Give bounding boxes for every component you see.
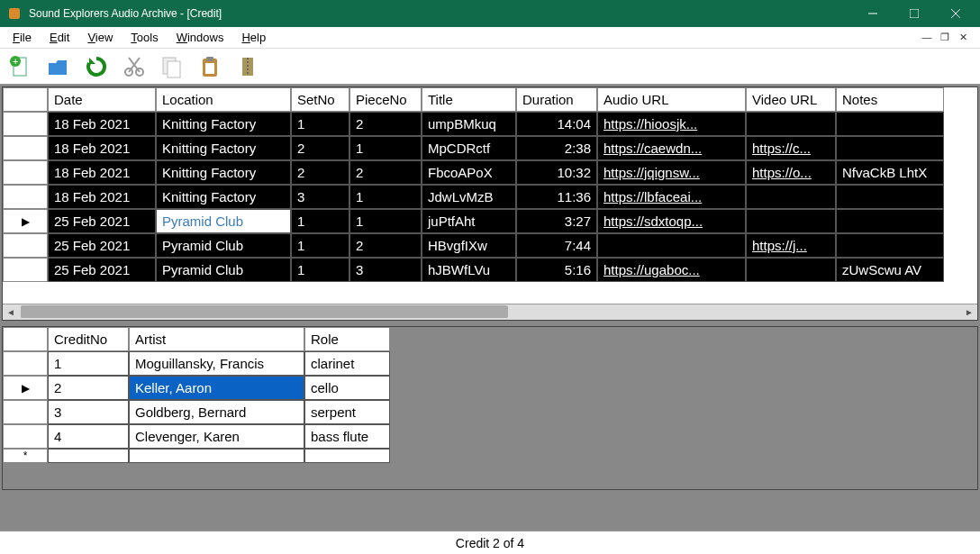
scroll-left-icon[interactable]: ◄ — [3, 304, 19, 320]
refresh-icon[interactable] — [81, 51, 112, 82]
top-cell-audio[interactable]: https://jqignsw... — [597, 160, 746, 185]
top-cell-duration[interactable]: 14:04 — [516, 112, 597, 136]
bottom-grid[interactable]: CreditNoArtistRole1Moguillansky, Francis… — [3, 327, 390, 463]
top-cell-notes[interactable] — [836, 209, 944, 233]
mdi-restore-icon[interactable]: ❐ — [939, 32, 951, 43]
bot-row-header[interactable]: ▶ — [3, 376, 48, 400]
top-cell-duration[interactable]: 3:27 — [516, 209, 597, 233]
scroll-thumb[interactable] — [21, 305, 508, 318]
top-cell-location[interactable]: Pyramid Club — [156, 233, 291, 258]
bot-row-header-corner[interactable] — [3, 327, 48, 351]
bot-cell-artist[interactable] — [129, 449, 304, 463]
copy-icon[interactable] — [157, 51, 187, 82]
top-cell-notes[interactable]: NfvaCkB LhtX — [836, 160, 944, 185]
bot-cell-role[interactable]: bass flute — [304, 424, 390, 449]
zip-icon[interactable] — [232, 51, 263, 82]
top-cell-audio[interactable] — [597, 233, 746, 258]
top-cell-video[interactable] — [746, 185, 836, 209]
top-cell-date[interactable]: 18 Feb 2021 — [48, 160, 156, 185]
top-col-header[interactable]: Title — [422, 87, 516, 112]
top-cell-location[interactable]: Knitting Factory — [156, 185, 291, 209]
top-cell-video[interactable] — [746, 209, 836, 233]
paste-icon[interactable] — [195, 51, 225, 82]
top-cell-duration[interactable]: 5:16 — [516, 258, 597, 282]
url-link[interactable]: https://ugaboc... — [603, 262, 700, 277]
url-link[interactable]: https://jqignsw... — [603, 165, 700, 180]
bot-row-header[interactable] — [3, 351, 48, 376]
top-cell-title[interactable]: umpBMkuq — [422, 112, 516, 136]
menu-tools[interactable]: Tools — [122, 29, 167, 46]
top-cell-duration[interactable]: 10:32 — [516, 160, 597, 185]
top-cell-title[interactable]: juPtfAht — [422, 209, 516, 233]
bot-row-header[interactable] — [3, 400, 48, 424]
top-cell-setno[interactable]: 2 — [291, 160, 349, 185]
top-cell-pieceno[interactable]: 1 — [349, 136, 422, 160]
top-row-header[interactable] — [3, 258, 48, 282]
top-row-header[interactable]: ▶ — [3, 209, 48, 233]
menu-help[interactable]: Help — [232, 29, 275, 46]
bot-cell-role[interactable]: clarinet — [304, 351, 390, 376]
top-cell-setno[interactable]: 1 — [291, 112, 349, 136]
top-col-header[interactable]: Location — [156, 87, 291, 112]
cut-icon[interactable] — [119, 51, 150, 82]
url-link[interactable]: https://hioosjk... — [603, 116, 697, 132]
bot-cell-no[interactable]: 4 — [48, 424, 129, 449]
top-col-header[interactable]: PieceNo — [349, 87, 422, 112]
top-cell-pieceno[interactable]: 1 — [349, 185, 422, 209]
top-cell-duration[interactable]: 7:44 — [516, 233, 597, 258]
bot-new-row-header[interactable]: * — [3, 449, 48, 463]
top-cell-duration[interactable]: 2:38 — [516, 136, 597, 160]
url-link[interactable]: https://o... — [752, 165, 812, 180]
bot-cell-role[interactable] — [304, 449, 390, 463]
top-cell-duration[interactable]: 11:36 — [516, 185, 597, 209]
top-cell-notes[interactable] — [836, 112, 944, 136]
top-row-header[interactable] — [3, 185, 48, 209]
top-cell-notes[interactable]: zUwScwu AV — [836, 258, 944, 282]
top-cell-video[interactable]: https://o... — [746, 160, 836, 185]
bot-col-header[interactable]: Artist — [129, 327, 304, 351]
top-row-header[interactable] — [3, 112, 48, 136]
bot-cell-artist[interactable]: Keller, Aaron — [129, 376, 304, 400]
url-link[interactable]: https://j... — [752, 238, 807, 253]
top-col-header[interactable]: Notes — [836, 87, 944, 112]
bot-cell-no[interactable] — [48, 449, 129, 463]
top-cell-location[interactable]: Pyramid Club — [156, 209, 291, 233]
top-col-header[interactable]: Audio URL — [597, 87, 746, 112]
top-cell-title[interactable]: hJBWfLVu — [422, 258, 516, 282]
bot-cell-no[interactable]: 3 — [48, 400, 129, 424]
top-cell-location[interactable]: Knitting Factory — [156, 112, 291, 136]
url-link[interactable]: https://sdxtoqp... — [603, 213, 703, 229]
bot-cell-artist[interactable]: Clevenger, Karen — [129, 424, 304, 449]
new-icon[interactable]: + — [5, 51, 36, 82]
bot-cell-role[interactable]: serpent — [304, 400, 390, 424]
top-cell-date[interactable]: 25 Feb 2021 — [48, 209, 156, 233]
top-cell-notes[interactable] — [836, 233, 944, 258]
top-cell-video[interactable]: https://c... — [746, 136, 836, 160]
top-row-header[interactable] — [3, 160, 48, 185]
top-grid[interactable]: DateLocationSetNoPieceNoTitleDurationAud… — [3, 87, 977, 282]
top-cell-notes[interactable] — [836, 185, 944, 209]
bot-cell-role[interactable]: cello — [304, 376, 390, 400]
mdi-close-icon[interactable]: ✕ — [957, 32, 969, 43]
top-row-header[interactable] — [3, 136, 48, 160]
top-cell-pieceno[interactable]: 2 — [349, 233, 422, 258]
top-cell-date[interactable]: 18 Feb 2021 — [48, 112, 156, 136]
top-cell-date[interactable]: 25 Feb 2021 — [48, 233, 156, 258]
top-cell-notes[interactable] — [836, 136, 944, 160]
top-row-header[interactable] — [3, 233, 48, 258]
bot-row-header[interactable] — [3, 424, 48, 449]
bot-cell-no[interactable]: 1 — [48, 351, 129, 376]
top-cell-audio[interactable]: https://ugaboc... — [597, 258, 746, 282]
top-cell-location[interactable]: Knitting Factory — [156, 160, 291, 185]
top-scrollbar[interactable]: ◄ ► — [3, 304, 977, 320]
top-cell-pieceno[interactable]: 2 — [349, 160, 422, 185]
url-link[interactable]: https://caewdn... — [603, 141, 702, 156]
top-cell-location[interactable]: Pyramid Club — [156, 258, 291, 282]
top-cell-audio[interactable]: https://lbfaceai... — [597, 185, 746, 209]
top-cell-pieceno[interactable]: 2 — [349, 112, 422, 136]
bot-cell-artist[interactable]: Goldberg, Bernard — [129, 400, 304, 424]
close-button[interactable] — [935, 0, 976, 27]
bot-cell-artist[interactable]: Moguillansky, Francis — [129, 351, 304, 376]
menu-edit[interactable]: Edit — [41, 29, 78, 46]
bot-col-header[interactable]: Role — [304, 327, 390, 351]
